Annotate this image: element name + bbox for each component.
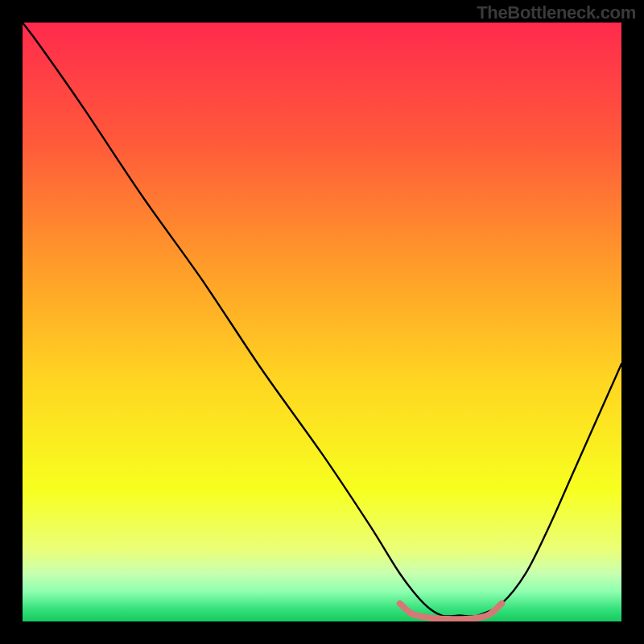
- chart-frame: TheBottleneck.com: [0, 0, 644, 644]
- optimal-band: [400, 604, 502, 620]
- curve-layer: [23, 23, 621, 621]
- watermark-text: TheBottleneck.com: [477, 2, 636, 23]
- bottleneck-curve: [23, 23, 621, 617]
- plot-area: [23, 23, 621, 621]
